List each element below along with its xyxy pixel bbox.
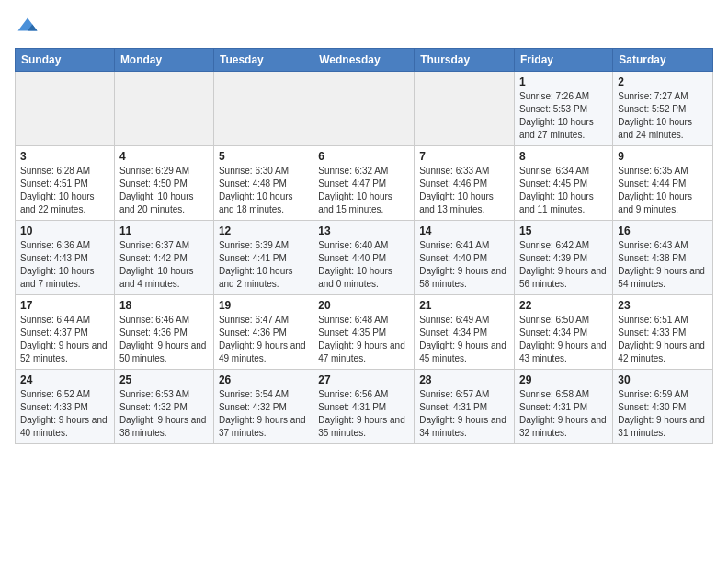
calendar-cell bbox=[114, 72, 213, 146]
day-info: Sunrise: 6:57 AM Sunset: 4:31 PM Dayligh… bbox=[419, 388, 509, 440]
header bbox=[15, 15, 713, 40]
day-info: Sunrise: 7:26 AM Sunset: 5:53 PM Dayligh… bbox=[519, 90, 608, 142]
day-number: 10 bbox=[20, 224, 109, 237]
day-info: Sunrise: 6:53 AM Sunset: 4:32 PM Dayligh… bbox=[119, 388, 209, 440]
calendar-table: SundayMondayTuesdayWednesdayThursdayFrid… bbox=[15, 48, 713, 444]
logo-icon bbox=[15, 15, 40, 40]
day-number: 22 bbox=[519, 299, 608, 312]
calendar-cell: 26Sunrise: 6:54 AM Sunset: 4:32 PM Dayli… bbox=[213, 370, 313, 444]
calendar-cell: 3Sunrise: 6:28 AM Sunset: 4:51 PM Daylig… bbox=[16, 146, 115, 221]
day-info: Sunrise: 6:42 AM Sunset: 4:39 PM Dayligh… bbox=[519, 239, 608, 291]
day-number: 1 bbox=[519, 75, 608, 88]
day-number: 27 bbox=[318, 373, 409, 386]
weekday-header-saturday: Saturday bbox=[613, 49, 713, 72]
day-info: Sunrise: 6:33 AM Sunset: 4:46 PM Dayligh… bbox=[419, 165, 509, 216]
calendar-cell: 29Sunrise: 6:58 AM Sunset: 4:31 PM Dayli… bbox=[515, 370, 613, 444]
weekday-header-tuesday: Tuesday bbox=[213, 49, 313, 72]
calendar-cell: 17Sunrise: 6:44 AM Sunset: 4:37 PM Dayli… bbox=[16, 295, 115, 370]
calendar-week-5: 24Sunrise: 6:52 AM Sunset: 4:33 PM Dayli… bbox=[16, 370, 713, 444]
day-number: 17 bbox=[20, 299, 109, 312]
day-number: 28 bbox=[419, 373, 509, 386]
calendar-cell: 30Sunrise: 6:59 AM Sunset: 4:30 PM Dayli… bbox=[613, 370, 713, 444]
day-number: 2 bbox=[618, 75, 708, 88]
day-number: 5 bbox=[219, 150, 308, 163]
calendar-cell: 14Sunrise: 6:41 AM Sunset: 4:40 PM Dayli… bbox=[415, 221, 515, 295]
calendar-cell: 4Sunrise: 6:29 AM Sunset: 4:50 PM Daylig… bbox=[114, 146, 213, 221]
day-number: 16 bbox=[618, 224, 708, 237]
day-number: 12 bbox=[219, 224, 308, 237]
calendar-week-3: 10Sunrise: 6:36 AM Sunset: 4:43 PM Dayli… bbox=[16, 221, 713, 295]
calendar-cell: 11Sunrise: 6:37 AM Sunset: 4:42 PM Dayli… bbox=[114, 221, 213, 295]
calendar-cell bbox=[313, 72, 415, 146]
weekday-header-friday: Friday bbox=[515, 49, 613, 72]
day-number: 29 bbox=[519, 373, 608, 386]
day-number: 8 bbox=[519, 150, 608, 163]
day-info: Sunrise: 7:27 AM Sunset: 5:52 PM Dayligh… bbox=[618, 90, 708, 142]
calendar-cell: 18Sunrise: 6:46 AM Sunset: 4:36 PM Dayli… bbox=[114, 295, 213, 370]
calendar-cell: 24Sunrise: 6:52 AM Sunset: 4:33 PM Dayli… bbox=[16, 370, 115, 444]
calendar-cell bbox=[213, 72, 313, 146]
page: SundayMondayTuesdayWednesdayThursdayFrid… bbox=[0, 0, 728, 454]
day-info: Sunrise: 6:58 AM Sunset: 4:31 PM Dayligh… bbox=[519, 388, 608, 440]
logo bbox=[15, 15, 44, 40]
weekday-header-sunday: Sunday bbox=[16, 49, 115, 72]
day-info: Sunrise: 6:32 AM Sunset: 4:47 PM Dayligh… bbox=[318, 165, 409, 216]
calendar-cell: 6Sunrise: 6:32 AM Sunset: 4:47 PM Daylig… bbox=[313, 146, 415, 221]
calendar-cell: 28Sunrise: 6:57 AM Sunset: 4:31 PM Dayli… bbox=[415, 370, 515, 444]
day-number: 3 bbox=[20, 150, 109, 163]
calendar-cell bbox=[16, 72, 115, 146]
day-number: 13 bbox=[318, 224, 409, 237]
calendar-cell: 9Sunrise: 6:35 AM Sunset: 4:44 PM Daylig… bbox=[613, 146, 713, 221]
calendar-cell: 5Sunrise: 6:30 AM Sunset: 4:48 PM Daylig… bbox=[213, 146, 313, 221]
day-info: Sunrise: 6:50 AM Sunset: 4:34 PM Dayligh… bbox=[519, 314, 608, 365]
weekday-header-thursday: Thursday bbox=[415, 49, 515, 72]
weekday-header-monday: Monday bbox=[114, 49, 213, 72]
day-number: 4 bbox=[119, 150, 209, 163]
day-number: 30 bbox=[618, 373, 708, 386]
day-number: 23 bbox=[618, 299, 708, 312]
day-number: 15 bbox=[519, 224, 608, 237]
calendar-week-2: 3Sunrise: 6:28 AM Sunset: 4:51 PM Daylig… bbox=[16, 146, 713, 221]
day-info: Sunrise: 6:59 AM Sunset: 4:30 PM Dayligh… bbox=[618, 388, 708, 440]
day-info: Sunrise: 6:39 AM Sunset: 4:41 PM Dayligh… bbox=[219, 239, 308, 291]
day-info: Sunrise: 6:30 AM Sunset: 4:48 PM Dayligh… bbox=[219, 165, 308, 216]
day-info: Sunrise: 6:41 AM Sunset: 4:40 PM Dayligh… bbox=[419, 239, 509, 291]
day-number: 11 bbox=[119, 224, 209, 237]
day-info: Sunrise: 6:52 AM Sunset: 4:33 PM Dayligh… bbox=[20, 388, 109, 440]
day-info: Sunrise: 6:36 AM Sunset: 4:43 PM Dayligh… bbox=[20, 239, 109, 291]
day-info: Sunrise: 6:48 AM Sunset: 4:35 PM Dayligh… bbox=[318, 314, 409, 365]
day-info: Sunrise: 6:56 AM Sunset: 4:31 PM Dayligh… bbox=[318, 388, 409, 440]
day-info: Sunrise: 6:54 AM Sunset: 4:32 PM Dayligh… bbox=[219, 388, 308, 440]
day-number: 14 bbox=[419, 224, 509, 237]
calendar-cell: 20Sunrise: 6:48 AM Sunset: 4:35 PM Dayli… bbox=[313, 295, 415, 370]
calendar-cell: 7Sunrise: 6:33 AM Sunset: 4:46 PM Daylig… bbox=[415, 146, 515, 221]
day-info: Sunrise: 6:43 AM Sunset: 4:38 PM Dayligh… bbox=[618, 239, 708, 291]
day-number: 21 bbox=[419, 299, 509, 312]
weekday-header-wednesday: Wednesday bbox=[313, 49, 415, 72]
calendar-cell: 23Sunrise: 6:51 AM Sunset: 4:33 PM Dayli… bbox=[613, 295, 713, 370]
calendar-cell: 25Sunrise: 6:53 AM Sunset: 4:32 PM Dayli… bbox=[114, 370, 213, 444]
day-number: 6 bbox=[318, 150, 409, 163]
calendar-cell: 19Sunrise: 6:47 AM Sunset: 4:36 PM Dayli… bbox=[213, 295, 313, 370]
day-number: 9 bbox=[618, 150, 708, 163]
calendar-week-4: 17Sunrise: 6:44 AM Sunset: 4:37 PM Dayli… bbox=[16, 295, 713, 370]
day-info: Sunrise: 6:29 AM Sunset: 4:50 PM Dayligh… bbox=[119, 165, 209, 216]
calendar-cell: 15Sunrise: 6:42 AM Sunset: 4:39 PM Dayli… bbox=[515, 221, 613, 295]
day-number: 7 bbox=[419, 150, 509, 163]
calendar-cell: 22Sunrise: 6:50 AM Sunset: 4:34 PM Dayli… bbox=[515, 295, 613, 370]
calendar-body: 1Sunrise: 7:26 AM Sunset: 5:53 PM Daylig… bbox=[16, 72, 713, 444]
day-info: Sunrise: 6:46 AM Sunset: 4:36 PM Dayligh… bbox=[119, 314, 209, 365]
calendar-cell: 16Sunrise: 6:43 AM Sunset: 4:38 PM Dayli… bbox=[613, 221, 713, 295]
calendar-cell: 13Sunrise: 6:40 AM Sunset: 4:40 PM Dayli… bbox=[313, 221, 415, 295]
day-number: 25 bbox=[119, 373, 209, 386]
calendar-cell: 10Sunrise: 6:36 AM Sunset: 4:43 PM Dayli… bbox=[16, 221, 115, 295]
day-number: 24 bbox=[20, 373, 109, 386]
calendar-week-1: 1Sunrise: 7:26 AM Sunset: 5:53 PM Daylig… bbox=[16, 72, 713, 146]
day-number: 18 bbox=[119, 299, 209, 312]
calendar-cell bbox=[415, 72, 515, 146]
day-info: Sunrise: 6:34 AM Sunset: 4:45 PM Dayligh… bbox=[519, 165, 608, 216]
calendar-cell: 8Sunrise: 6:34 AM Sunset: 4:45 PM Daylig… bbox=[515, 146, 613, 221]
calendar-cell: 2Sunrise: 7:27 AM Sunset: 5:52 PM Daylig… bbox=[613, 72, 713, 146]
day-info: Sunrise: 6:37 AM Sunset: 4:42 PM Dayligh… bbox=[119, 239, 209, 291]
day-number: 26 bbox=[219, 373, 308, 386]
